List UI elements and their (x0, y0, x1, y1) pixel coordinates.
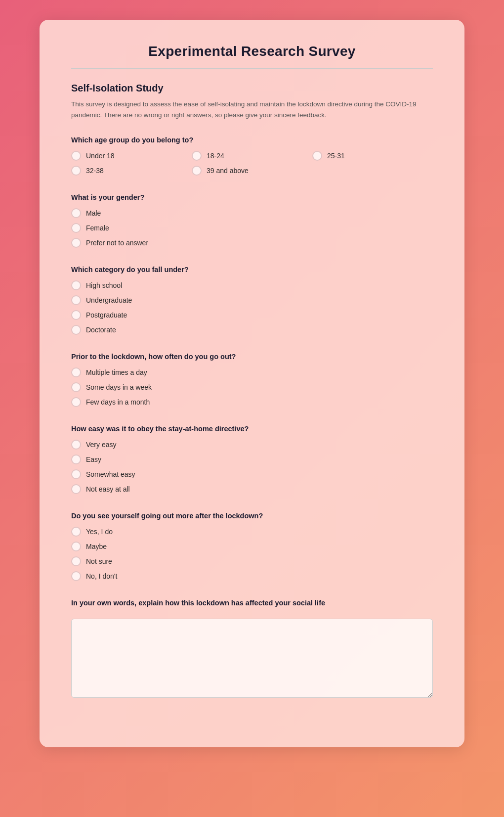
section-title: Self-Isolation Study (71, 83, 433, 94)
radio-39above[interactable] (192, 166, 202, 176)
goout-options: Multiple times a day Some days in a week… (71, 367, 433, 407)
question-goout-label: Prior to the lockdown, how often do you … (71, 353, 433, 361)
question-age-label: Which age group do you belong to? (71, 136, 433, 144)
age-label-25-31: 25-31 (327, 152, 345, 160)
gender-label-female: Female (86, 224, 109, 232)
stayathome-option-easy[interactable]: Easy (71, 454, 433, 464)
stayathome-label-somewhateasy: Somewhat easy (86, 470, 135, 478)
question-gender: What is your gender? Male Female Prefer … (71, 193, 433, 248)
radio-maybe[interactable] (71, 542, 81, 551)
survey-title: Experimental Research Survey (71, 44, 433, 59)
age-label-32-38: 32-38 (86, 167, 104, 175)
age-option-32-38[interactable]: 32-38 (71, 166, 192, 176)
category-label-highschool: High school (86, 281, 122, 289)
radio-female[interactable] (71, 223, 81, 233)
age-label-39above: 39 and above (207, 167, 249, 175)
age-label-under18: Under 18 (86, 152, 115, 160)
age-options: Under 18 18-24 25-31 32-38 39 and above (71, 151, 433, 176)
radio-somedays[interactable] (71, 382, 81, 392)
radio-yesido[interactable] (71, 527, 81, 537)
category-option-highschool[interactable]: High school (71, 280, 433, 290)
radio-prefer-not[interactable] (71, 238, 81, 248)
goout-label-multiple: Multiple times a day (86, 368, 147, 376)
question-category: Which category do you fall under? High s… (71, 266, 433, 335)
category-option-undergrad[interactable]: Undergraduate (71, 295, 433, 305)
stayathome-label-veryeasy: Very easy (86, 441, 116, 449)
stayathome-label-easy: Easy (86, 455, 101, 463)
radio-32-38[interactable] (71, 166, 81, 176)
category-label-postgrad: Postgraduate (86, 311, 127, 319)
question-goout: Prior to the lockdown, how often do you … (71, 353, 433, 407)
radio-18-24[interactable] (192, 151, 202, 161)
category-options: High school Undergraduate Postgraduate D… (71, 280, 433, 335)
gooutafter-label-yesido: Yes, I do (86, 528, 113, 536)
radio-noidont[interactable] (71, 571, 81, 581)
question-gooutafter-label: Do you see yourself going out more after… (71, 512, 433, 520)
radio-notsure[interactable] (71, 556, 81, 566)
question-age: Which age group do you belong to? Under … (71, 136, 433, 176)
stayathome-option-veryeasy[interactable]: Very easy (71, 440, 433, 450)
goout-option-fewdays[interactable]: Few days in a month (71, 397, 433, 407)
radio-under18[interactable] (71, 151, 81, 161)
goout-option-somedays[interactable]: Some days in a week (71, 382, 433, 392)
category-option-postgrad[interactable]: Postgraduate (71, 310, 433, 320)
age-option-25-31[interactable]: 25-31 (312, 151, 433, 161)
radio-multiple[interactable] (71, 367, 81, 377)
goout-label-fewdays: Few days in a month (86, 398, 150, 406)
gooutafter-label-notsure: Not sure (86, 557, 112, 565)
radio-noteasayatall[interactable] (71, 484, 81, 494)
gooutafter-option-notsure[interactable]: Not sure (71, 556, 433, 566)
stayathome-options: Very easy Easy Somewhat easy Not easy at… (71, 440, 433, 494)
gender-label-male: Male (86, 209, 101, 217)
age-option-under18[interactable]: Under 18 (71, 151, 192, 161)
radio-fewdays[interactable] (71, 397, 81, 407)
category-option-doctorate[interactable]: Doctorate (71, 325, 433, 335)
gooutafter-option-noidont[interactable]: No, I don't (71, 571, 433, 581)
gender-option-prefer-not[interactable]: Prefer not to answer (71, 238, 433, 248)
survey-description: This survey is designed to assess the ea… (71, 99, 433, 120)
question-social: In your own words, explain how this lock… (71, 599, 433, 700)
radio-postgrad[interactable] (71, 310, 81, 320)
gender-options: Male Female Prefer not to answer (71, 208, 433, 248)
gender-option-male[interactable]: Male (71, 208, 433, 218)
goout-option-multiple[interactable]: Multiple times a day (71, 367, 433, 377)
radio-doctorate[interactable] (71, 325, 81, 335)
age-option-18-24[interactable]: 18-24 (192, 151, 312, 161)
gooutafter-option-yesido[interactable]: Yes, I do (71, 527, 433, 537)
radio-25-31[interactable] (312, 151, 322, 161)
goout-label-somedays: Some days in a week (86, 383, 152, 391)
stayathome-option-somewhateasy[interactable]: Somewhat easy (71, 469, 433, 479)
question-social-label: In your own words, explain how this lock… (71, 599, 433, 607)
gender-label-prefer-not: Prefer not to answer (86, 239, 148, 247)
radio-somewhateasy[interactable] (71, 469, 81, 479)
social-textarea[interactable] (71, 619, 433, 698)
question-gender-label: What is your gender? (71, 193, 433, 201)
radio-male[interactable] (71, 208, 81, 218)
age-option-39above[interactable]: 39 and above (192, 166, 312, 176)
gooutafter-option-maybe[interactable]: Maybe (71, 542, 433, 551)
question-gooutafter: Do you see yourself going out more after… (71, 512, 433, 581)
gender-option-female[interactable]: Female (71, 223, 433, 233)
survey-card: Experimental Research Survey Self-Isolat… (40, 20, 464, 747)
radio-veryeasy[interactable] (71, 440, 81, 450)
question-category-label: Which category do you fall under? (71, 266, 433, 273)
age-label-18-24: 18-24 (207, 152, 224, 160)
gooutafter-label-maybe: Maybe (86, 543, 107, 550)
gooutafter-options: Yes, I do Maybe Not sure No, I don't (71, 527, 433, 581)
category-label-doctorate: Doctorate (86, 326, 116, 334)
radio-highschool[interactable] (71, 280, 81, 290)
gooutafter-label-noidont: No, I don't (86, 572, 117, 580)
category-label-undergrad: Undergraduate (86, 296, 132, 304)
stayathome-option-noteasayatall[interactable]: Not easy at all (71, 484, 433, 494)
radio-undergrad[interactable] (71, 295, 81, 305)
stayathome-label-noteasayatall: Not easy at all (86, 485, 130, 493)
question-stayathome: How easy was it to obey the stay-at-home… (71, 425, 433, 494)
radio-easy[interactable] (71, 454, 81, 464)
title-divider (71, 68, 433, 69)
question-stayathome-label: How easy was it to obey the stay-at-home… (71, 425, 433, 433)
